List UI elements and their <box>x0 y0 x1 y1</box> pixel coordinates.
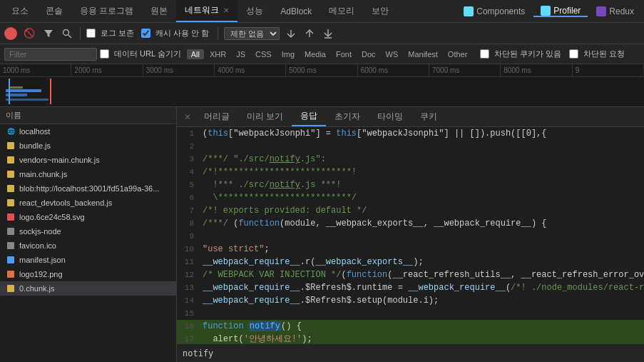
upload-icon[interactable] <box>302 27 317 40</box>
search-icon[interactable] <box>60 27 74 40</box>
profiler-icon <box>541 6 551 16</box>
type-ws[interactable]: WS <box>382 49 403 59</box>
inner-close-button[interactable]: ✕ <box>180 112 195 122</box>
ext-redux[interactable]: Redux <box>589 6 641 16</box>
js-icon-6 <box>6 226 16 236</box>
inner-tab-bar: ✕ 머리글 미리 보기 응답 초기자 타이밍 쿠키 <box>177 107 644 127</box>
code-line-16: 16 function notify() { <box>177 320 644 333</box>
js-icon-4 <box>6 183 16 193</box>
code-search-input[interactable] <box>183 348 638 358</box>
top-tab-elements[interactable]: 요소 <box>3 0 37 22</box>
code-line-10: 10 "use strict"; <box>177 243 644 256</box>
tick-3000: 3000 ms <box>143 64 215 76</box>
file-item-logo192[interactable]: logo192.png <box>0 267 176 281</box>
top-tab-network[interactable]: 네트워크 ✕ <box>176 0 237 22</box>
no-entry-icon[interactable]: 🚫 <box>21 26 37 40</box>
file-item-logo-svg[interactable]: logo.6ce24c58.svg <box>0 210 176 224</box>
top-tab-security[interactable]: 보안 <box>363 0 397 22</box>
type-js[interactable]: JS <box>232 49 250 59</box>
top-tab-console[interactable]: 콘솔 <box>37 0 71 22</box>
code-line-4: 4 /*!**************************! <box>177 166 644 179</box>
blocked-cookies-checkbox[interactable] <box>480 49 489 59</box>
js-icon-1 <box>6 141 16 151</box>
tick-5000: 5000 ms <box>286 64 357 76</box>
import-icon[interactable] <box>284 27 298 40</box>
type-media[interactable]: Media <box>300 49 330 59</box>
file-item-manifest[interactable]: manifest.json <box>0 253 176 267</box>
png-icon <box>6 269 16 279</box>
download-icon[interactable] <box>321 27 335 40</box>
file-item-devtools[interactable]: react_devtools_backend.js <box>0 196 176 210</box>
inner-tab-headers[interactable]: 머리글 <box>195 107 238 126</box>
type-css[interactable]: CSS <box>251 49 276 59</box>
blocked-requests-label[interactable]: 차단된 요청 <box>569 49 628 59</box>
timeline-bars <box>0 77 644 106</box>
cache-disable-checkbox[interactable] <box>141 29 150 38</box>
top-tab-memory[interactable]: 메모리 <box>320 0 363 22</box>
filter-icon[interactable] <box>41 27 56 40</box>
blocked-cookies-label[interactable]: 차단된 쿠키가 있음 <box>480 49 564 59</box>
timeline[interactable]: 1000 ms 2000 ms 3000 ms 4000 ms 5000 ms … <box>0 64 644 107</box>
code-line-3: 3 /***/ "./src/notify.js": <box>177 153 644 166</box>
filter-bar: 데이터 URL 숨기기 All XHR JS CSS Img Media Fon… <box>0 44 644 64</box>
code-line-11: 11 __webpack_require__.r(__webpack_expor… <box>177 256 644 268</box>
ext-components[interactable]: Components <box>456 6 532 16</box>
code-viewer[interactable]: 1 (this["webpackJsonphi"] = this["webpac… <box>177 127 644 343</box>
ext-profiler[interactable]: Profiler <box>533 6 588 17</box>
tl-bar-1 <box>6 89 41 92</box>
type-xhr[interactable]: XHR <box>205 49 230 59</box>
tl-bar-3 <box>6 99 48 101</box>
file-item-favicon[interactable]: favicon.ico <box>0 238 176 253</box>
tl-bar-2 <box>6 94 27 96</box>
tick-7000: 7000 ms <box>429 64 501 76</box>
top-tab-source[interactable]: 원본 <box>142 0 176 22</box>
file-item-localhost[interactable]: 🌐 localhost <box>0 124 176 139</box>
data-url-hide-label[interactable]: 데이터 URL 숨기기 <box>100 49 184 59</box>
log-preserve-label[interactable]: 로그 보존 <box>86 28 137 39</box>
right-panel: ✕ 머리글 미리 보기 응답 초기자 타이밍 쿠키 1 <box>177 107 644 362</box>
top-tab-adblock[interactable]: AdBlock <box>272 0 320 22</box>
tick-8000: 8000 ms <box>501 64 572 76</box>
inner-tab-timing[interactable]: 타이밍 <box>369 107 412 126</box>
file-item-blob[interactable]: blob:http://localhost:3001/fd51a99a-36..… <box>0 181 176 196</box>
file-item-0chunk[interactable]: 0.chunk.js <box>0 281 176 296</box>
log-preserve-checkbox[interactable] <box>86 29 96 38</box>
type-filter-group: All XHR JS CSS Img Media Font Doc WS Man… <box>187 49 472 59</box>
tick-1000: 1000 ms <box>0 64 71 76</box>
top-tab-application[interactable]: 응용 프로그램 <box>71 0 142 22</box>
type-manifest[interactable]: Manifest <box>404 49 442 59</box>
file-list-header: 이름 <box>0 107 176 124</box>
record-button[interactable] <box>4 27 17 40</box>
type-font[interactable]: Font <box>332 49 356 59</box>
file-item-vendors[interactable]: vendors~main.chunk.js <box>0 153 176 167</box>
file-list: 이름 🌐 localhost bundle.js vendors~main.ch… <box>0 107 177 362</box>
filter-input[interactable] <box>4 48 97 61</box>
js-icon-3 <box>6 169 16 179</box>
inner-tab-response[interactable]: 응답 <box>292 107 326 126</box>
data-url-hide-checkbox[interactable] <box>100 49 109 59</box>
timeline-ruler: 1000 ms 2000 ms 3000 ms 4000 ms 5000 ms … <box>0 64 644 77</box>
tab-close-network[interactable]: ✕ <box>223 6 229 14</box>
cache-disable-label[interactable]: 캐시 사용 안 함 <box>141 28 212 39</box>
code-line-14: 14 __webpack_require__.$Refresh$.setup(m… <box>177 294 644 307</box>
blocked-requests-checkbox[interactable] <box>569 49 578 59</box>
code-line-5: 5 !*** ./src/notify.js ***! <box>177 179 644 191</box>
type-all[interactable]: All <box>187 49 204 59</box>
type-img[interactable]: Img <box>277 49 299 59</box>
top-tab-performance[interactable]: 성능 <box>237 0 272 22</box>
svg-line-1 <box>68 34 72 38</box>
file-item-bundle[interactable]: bundle.js <box>0 139 176 153</box>
file-item-main-chunk[interactable]: main.chunk.js <box>0 167 176 181</box>
tick-6000: 6000 ms <box>358 64 429 76</box>
json-icon <box>6 255 16 265</box>
timeline-marker-red <box>50 79 51 104</box>
type-doc[interactable]: Doc <box>357 49 380 59</box>
top-tab-bar: 요소 콘솔 응용 프로그램 원본 네트워크 ✕ 성능 AdBlock 메모리 보… <box>0 0 644 23</box>
type-other[interactable]: Other <box>444 49 472 59</box>
throttle-select[interactable]: 제한 없음 <box>224 27 280 40</box>
code-line-8: 8 /***/ (function(module, __webpack_expo… <box>177 217 644 230</box>
inner-tab-cookies[interactable]: 쿠키 <box>412 107 446 126</box>
inner-tab-initiator[interactable]: 초기자 <box>326 107 369 126</box>
inner-tab-preview[interactable]: 미리 보기 <box>238 107 292 126</box>
file-item-sockjs[interactable]: sockjs-node <box>0 224 176 238</box>
